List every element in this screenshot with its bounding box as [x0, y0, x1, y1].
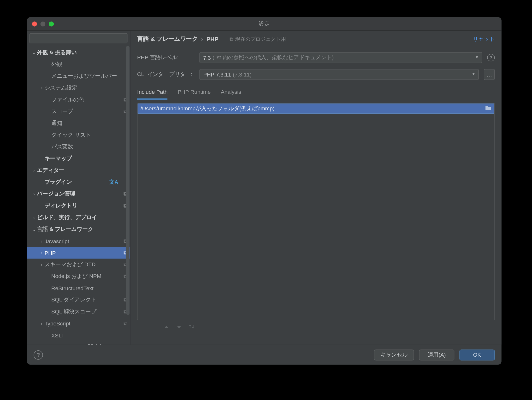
- sidebar-item[interactable]: XSLT: [27, 329, 130, 341]
- sidebar-item[interactable]: SQL ダイアレクト⧉: [27, 294, 130, 306]
- sidebar-item[interactable]: Javascript⧉: [27, 235, 130, 247]
- move-up-button: [162, 323, 170, 331]
- tabs: Include Path PHP Runtime Analysis: [131, 83, 501, 100]
- copy-icon: ⧉: [229, 36, 233, 42]
- sidebar-item[interactable]: TypeScript⧉: [27, 317, 130, 329]
- sidebar-item[interactable]: SQL 解決スコープ⧉: [27, 306, 130, 317]
- sidebar-item[interactable]: システム設定: [27, 82, 130, 94]
- include-path-panel: /Users/uramnoil/pmmpが入ったフォルダ(例えばpmmp): [137, 103, 495, 320]
- sidebar-item-label: キーマップ: [44, 155, 121, 162]
- content-pane: 言語 & フレームワーク › PHP ⧉ 現在のプロジェクト用 リセット PHP…: [131, 31, 501, 344]
- chevron-right-icon[interactable]: [39, 86, 44, 90]
- sidebar-item-label: スキーマおよび DTD: [44, 261, 121, 268]
- row-lang-level: PHP 言語レベル: 7.3 (list 内の参照への代入、柔軟なヒアドキュメン…: [137, 49, 495, 66]
- sidebar-item-label: PHP: [44, 250, 121, 256]
- apply-button[interactable]: 適用(A): [419, 349, 454, 360]
- sidebar-item[interactable]: バージョン管理⧉: [27, 188, 130, 200]
- sidebar-item-label: ReStructuredText: [51, 285, 121, 291]
- sidebar-item[interactable]: ビルド、実行、デプロイ: [27, 211, 130, 223]
- sidebar-item-label: XSLT: [51, 332, 121, 338]
- sidebar-item-label: 言語 & フレームワーク: [37, 225, 121, 233]
- sidebar-item-label: SQL ダイアレクト: [51, 296, 121, 304]
- project-scope-badge: ⧉ 現在のプロジェクト用: [229, 36, 286, 43]
- chevron-down-icon[interactable]: [31, 50, 37, 55]
- sidebar-item[interactable]: ReStructuredText: [27, 282, 130, 294]
- sidebar-search: 🔍: [27, 31, 130, 46]
- sidebar-item[interactable]: プラグイン文A: [27, 176, 130, 188]
- help-icon[interactable]: ?: [487, 54, 495, 62]
- sidebar-item[interactable]: クイック リスト: [27, 129, 130, 141]
- sidebar-item[interactable]: ディレクトリ⧉: [27, 200, 130, 211]
- sidebar-item[interactable]: XSLT ファイル関連付け: [27, 341, 130, 344]
- sidebar-item-label: ファイルの色: [51, 96, 121, 104]
- settings-tree[interactable]: 外観 & 振る舞い外観メニューおよびツールバーシステム設定ファイルの色⧉スコープ…: [27, 46, 130, 344]
- ok-button[interactable]: OK: [459, 349, 494, 360]
- chevron-down-icon: ▼: [475, 54, 479, 59]
- folder-icon[interactable]: [485, 105, 491, 112]
- chevron-right-icon[interactable]: [39, 251, 44, 255]
- chevron-right-icon[interactable]: [39, 262, 44, 267]
- sort-button: [188, 324, 195, 330]
- chevron-right-icon[interactable]: [31, 192, 37, 196]
- cancel-button[interactable]: キャンセル: [374, 349, 414, 360]
- interpreter-select[interactable]: PHP 7.3.11 (7.3.11) ▼: [199, 69, 479, 80]
- sidebar-scrollbar[interactable]: [126, 46, 130, 315]
- interpreter-browse-button[interactable]: …: [484, 69, 495, 80]
- include-path-row[interactable]: /Users/uramnoil/pmmpが入ったフォルダ(例えばpmmp): [138, 103, 494, 114]
- sidebar-item[interactable]: ファイルの色⧉: [27, 94, 130, 106]
- sidebar-item-label: プラグイン: [44, 178, 110, 186]
- sidebar-item[interactable]: PHP⧉: [27, 247, 130, 259]
- sidebar-item-label: TypeScript: [44, 320, 121, 327]
- sidebar-item[interactable]: パス変数: [27, 141, 130, 153]
- remove-button[interactable]: －: [150, 323, 157, 331]
- chevron-right-icon[interactable]: [39, 239, 44, 243]
- include-path-toolbar: ＋ －: [131, 320, 501, 334]
- sidebar: 🔍 外観 & 振る舞い外観メニューおよびツールバーシステム設定ファイルの色⧉スコ…: [27, 31, 130, 344]
- tab-php-runtime[interactable]: PHP Runtime: [178, 89, 211, 100]
- sidebar-item-label: Node.js および NPM: [51, 273, 121, 280]
- interpreter-value: PHP 7.3.11: [203, 71, 231, 77]
- sidebar-item[interactable]: キーマップ: [27, 153, 130, 165]
- sidebar-item-label: SQL 解決スコープ: [51, 308, 121, 316]
- tab-analysis[interactable]: Analysis: [221, 89, 241, 100]
- tab-include-path[interactable]: Include Path: [137, 89, 168, 100]
- project-scope-label: 現在のプロジェクト用: [235, 36, 286, 43]
- move-down-button: [175, 323, 183, 331]
- interpreter-hint: (7.3.11): [233, 71, 252, 77]
- search-input[interactable]: [30, 33, 128, 43]
- breadcrumb: 言語 & フレームワーク › PHP ⧉ 現在のプロジェクト用 リセット: [131, 31, 501, 47]
- sidebar-item[interactable]: 外観 & 振る舞い: [27, 47, 130, 58]
- chevron-down-icon[interactable]: [31, 227, 37, 231]
- add-button[interactable]: ＋: [137, 323, 145, 331]
- lang-level-select[interactable]: 7.3 (list 内の参照への代入、柔軟なヒアドキュメント) ▼: [199, 52, 482, 63]
- ellipsis-icon: …: [487, 71, 492, 78]
- row-interpreter: CLI インタープリター: PHP 7.3.11 (7.3.11) ▼ …: [137, 66, 495, 83]
- titlebar: 設定: [27, 17, 501, 31]
- window-title: 設定: [27, 20, 501, 28]
- sidebar-item-label: 通知: [51, 120, 121, 127]
- help-button[interactable]: ?: [34, 350, 43, 360]
- chevron-right-icon[interactable]: [31, 215, 37, 220]
- sidebar-item[interactable]: 通知: [27, 117, 130, 129]
- sidebar-item[interactable]: スキーマおよび DTD⧉: [27, 259, 130, 271]
- sidebar-item-label: 外観 & 振る舞い: [37, 49, 121, 56]
- chevron-down-icon: ▼: [471, 71, 476, 76]
- sidebar-item-label: XSLT ファイル関連付け: [51, 343, 121, 344]
- sidebar-item[interactable]: 言語 & フレームワーク: [27, 223, 130, 235]
- sidebar-item-label: ビルド、実行、デプロイ: [37, 214, 121, 221]
- breadcrumb-leaf: PHP: [206, 36, 219, 42]
- sidebar-item[interactable]: Node.js および NPM⧉: [27, 271, 130, 282]
- sidebar-item[interactable]: メニューおよびツールバー: [27, 70, 130, 82]
- chevron-right-icon[interactable]: [39, 321, 44, 326]
- sidebar-item-label: パス変数: [51, 143, 121, 151]
- sidebar-item[interactable]: スコープ⧉: [27, 106, 130, 117]
- project-scope-icon: ⧉: [121, 321, 130, 327]
- breadcrumb-root[interactable]: 言語 & フレームワーク: [137, 35, 198, 43]
- sidebar-item[interactable]: 外観: [27, 58, 130, 70]
- sidebar-item-label: システム設定: [44, 84, 121, 92]
- chevron-right-icon[interactable]: [31, 168, 37, 173]
- sidebar-item-label: 外観: [51, 61, 121, 68]
- lang-level-label: PHP 言語レベル:: [137, 54, 195, 62]
- sidebar-item[interactable]: エディター: [27, 165, 130, 176]
- reset-link[interactable]: リセット: [473, 35, 494, 43]
